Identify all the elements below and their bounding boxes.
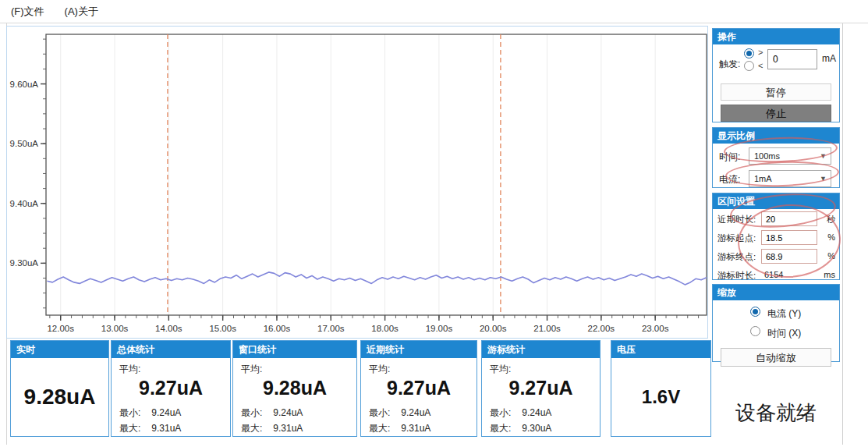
overall-avg-value: 9.27uA (112, 377, 230, 399)
cursor-end-row: 游标终点: % (713, 249, 839, 265)
operation-panel-title: 操作 (713, 29, 839, 44)
x-tick-label: 23.00s (642, 324, 669, 333)
trigger-less-radio[interactable] (744, 61, 754, 71)
current-scale-label: 电流: (719, 173, 740, 186)
y-tick-label: 9.40uA (10, 199, 39, 208)
less-than-label: < (758, 61, 763, 70)
y-tick-label: 9.60uA (10, 80, 39, 89)
window-max-value: 9.31uA (273, 423, 303, 434)
zoom-current-y-radio[interactable] (750, 307, 760, 317)
cursor-end-unit: % (827, 251, 835, 261)
cursor-min-value: 9.24uA (522, 407, 551, 418)
waveform-line (47, 272, 707, 285)
cursor-avg-value: 9.27uA (482, 377, 600, 399)
stop-button[interactable]: 停止 (721, 105, 831, 122)
current-scale-value: 1mA (754, 174, 772, 183)
overall-stats-panel: 总体统计 平均: 9.27uA 最小:9.24uA 最大:9.31uA (111, 340, 231, 437)
interval-settings-panel: 区间设置 近期时长: 秒 游标起点: % 游标终点: % 游标时长: 6154 … (712, 193, 840, 280)
recent-avg-value: 9.27uA (361, 377, 477, 399)
cursor-start-unit: % (827, 232, 835, 242)
waveform-chart-svg[interactable]: 12.00s13.00s14.00s15.00s16.00s17.00s18.0… (7, 27, 707, 338)
cursor-stats-title: 游标统计 (482, 341, 600, 358)
device-status-text: 设备就绪 (712, 399, 840, 427)
x-tick-label: 19.00s (426, 324, 453, 333)
current-scale-row: 电流: 1mA ▼ (713, 170, 839, 189)
x-tick-label: 22.00s (588, 324, 615, 333)
cursor-start-row: 游标起点: % (713, 230, 839, 247)
trigger-greater-radio[interactable] (744, 48, 754, 59)
x-tick-label: 17.00s (317, 324, 345, 333)
time-scale-dropdown[interactable]: 100ms ▼ (749, 147, 831, 165)
cursor-start-label: 游标起点: (717, 232, 756, 244)
chevron-down-icon: ▼ (820, 171, 827, 186)
recent-duration-unit: 秒 (827, 214, 835, 225)
cursor-end-label: 游标终点: (717, 251, 756, 263)
pause-button[interactable]: 暂停 (721, 83, 831, 101)
operation-panel: 操作 触发: > < mA 暂停 停止 (712, 28, 840, 122)
zoom-panel: 缩放 电流 (Y) 时间 (X) 自动缩放 (712, 284, 840, 362)
voltage-value: 1.6V (611, 358, 710, 436)
cursor-start-input[interactable] (761, 230, 817, 245)
overall-min-value: 9.24uA (151, 407, 181, 418)
window-avg-label: 平均: (241, 363, 262, 376)
realtime-panel: 实时 9.28uA (10, 340, 109, 437)
plot-frame (46, 34, 707, 315)
cursor-max-value: 9.30uA (522, 423, 551, 434)
recent-max-label: 最大: (369, 423, 390, 434)
overall-avg-label: 平均: (119, 363, 140, 376)
x-tick-label: 15.00s (209, 324, 236, 333)
x-tick-label: 16.00s (264, 324, 291, 333)
zoom-time-x-radio[interactable] (750, 326, 760, 336)
auto-zoom-button[interactable]: 自动缩放 (721, 348, 831, 367)
trigger-threshold-input[interactable] (767, 49, 817, 69)
window-min-value: 9.24uA (273, 407, 303, 418)
zoom-current-row: 电流 (Y) (713, 306, 839, 320)
window-avg-value: 9.28uA (233, 377, 356, 399)
x-tick-label: 18.00s (371, 324, 399, 333)
overall-max-value: 9.31uA (151, 423, 181, 434)
recent-duration-label: 近期时长: (717, 214, 756, 225)
trigger-row: 触发: > < mA (713, 48, 839, 79)
menu-item-file[interactable]: (F)文件 (8, 3, 48, 20)
y-tick-label: 9.30uA (10, 258, 39, 268)
recent-min-value: 9.24uA (401, 407, 430, 418)
y-tick-label: 9.50uA (10, 139, 39, 148)
waveform-chart-panel[interactable]: 12.00s13.00s14.00s15.00s16.00s17.00s18.0… (6, 26, 708, 339)
realtime-panel-title: 实时 (11, 341, 108, 358)
time-scale-value: 100ms (754, 151, 780, 161)
cursor-max-label: 最大: (490, 423, 511, 434)
cursor-avg-label: 平均: (490, 363, 511, 376)
overall-max-label: 最大: (119, 423, 140, 434)
window-right-border (842, 23, 843, 445)
menu-bar: (F)文件 (A)关于 (0, 0, 868, 23)
x-tick-label: 14.00s (155, 324, 182, 333)
window-stats-title: 窗口统计 (233, 341, 356, 358)
time-scale-row: 时间: 100ms ▼ (713, 147, 839, 166)
realtime-value: 9.28uA (11, 358, 108, 436)
cursor-duration-unit: ms (824, 270, 835, 279)
x-tick-label: 21.00s (533, 324, 561, 333)
display-scale-panel: 显示比例 时间: 100ms ▼ 电流: 1mA ▼ (712, 127, 840, 188)
recent-duration-input[interactable] (761, 211, 817, 226)
current-scale-dropdown[interactable]: 1mA ▼ (749, 170, 831, 187)
x-tick-label: 13.00s (101, 324, 129, 333)
zoom-time-row: 时间 (X) (713, 325, 839, 339)
overall-stats-title: 总体统计 (112, 341, 230, 358)
recent-avg-label: 平均: (369, 363, 390, 376)
cursor-duration-value: 6154 (764, 270, 783, 279)
cursor-min-label: 最小: (490, 407, 511, 418)
display-scale-title: 显示比例 (713, 128, 839, 144)
window-stats-panel: 窗口统计 平均: 9.28uA 最小:9.24uA 最大:9.31uA (232, 340, 357, 437)
trigger-label: 触发: (719, 58, 740, 71)
window-max-label: 最大: (241, 423, 262, 434)
x-tick-label: 12.00s (47, 324, 74, 333)
voltage-panel: 电压 1.6V (611, 340, 711, 437)
zoom-current-y-label: 电流 (Y) (767, 307, 801, 321)
interval-settings-title: 区间设置 (713, 193, 839, 209)
voltage-panel-title: 电压 (611, 341, 710, 358)
time-scale-label: 时间: (719, 151, 740, 164)
cursor-end-input[interactable] (761, 249, 817, 264)
menu-item-about[interactable]: (A)关于 (62, 3, 101, 20)
greater-than-label: > (758, 48, 763, 57)
recent-stats-title: 近期统计 (361, 341, 477, 358)
